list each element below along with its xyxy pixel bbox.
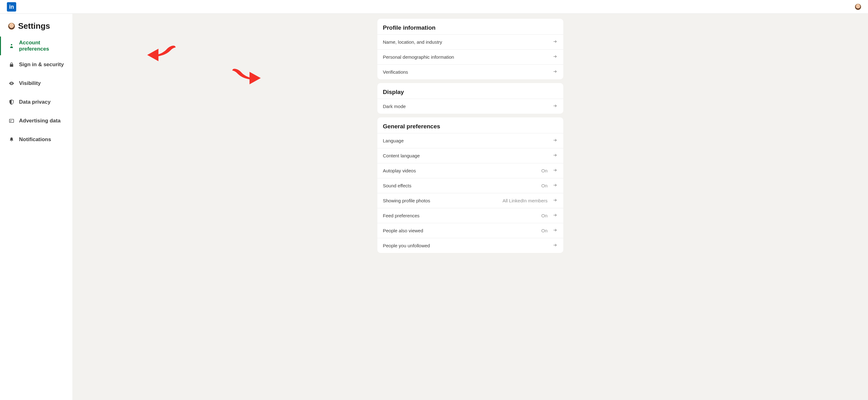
sidebar-item-advertising-data[interactable]: Advertising data (0, 112, 72, 130)
sidebar-item-data-privacy[interactable]: Data privacy (0, 93, 72, 112)
row-label: Personal demographic information (383, 54, 553, 60)
sidebar-item-notifications[interactable]: Notifications (0, 130, 72, 149)
sidebar-item-label: Visibility (19, 80, 41, 86)
annotation-arrow-right (231, 67, 262, 89)
row-value: On (541, 183, 547, 188)
sidebar-item-label: Notifications (19, 137, 51, 143)
page: Settings Account preferences Sign in & s… (0, 14, 868, 400)
row-value: On (541, 168, 547, 173)
arrow-right-icon (553, 183, 558, 189)
svg-point-2 (11, 44, 12, 46)
arrow-right-icon (553, 39, 558, 45)
sidebar-title-row: Settings (0, 21, 72, 36)
row-label: Showing profile photos (383, 198, 503, 203)
row-showing-profile-photos[interactable]: Showing profile photos All LinkedIn memb… (377, 193, 563, 208)
row-label: Content language (383, 153, 553, 158)
row-value: On (541, 213, 547, 218)
annotation-arrow-left (146, 44, 177, 66)
section-title: Display (377, 83, 563, 99)
arrow-right-icon (553, 168, 558, 174)
row-value: On (541, 228, 547, 233)
row-dark-mode[interactable]: Dark mode (377, 99, 563, 114)
arrow-right-icon (553, 69, 558, 75)
row-content-language[interactable]: Content language (377, 148, 563, 163)
row-language[interactable]: Language (377, 133, 563, 148)
row-label: Feed preferences (383, 213, 541, 218)
svg-rect-6 (10, 121, 11, 122)
row-verifications[interactable]: Verifications (377, 64, 563, 79)
section-title: Profile information (377, 19, 563, 34)
row-label: Autoplay videos (383, 168, 541, 173)
sidebar-item-visibility[interactable]: Visibility (0, 74, 72, 93)
arrow-right-icon (553, 54, 558, 60)
row-feed-preferences[interactable]: Feed preferences On (377, 208, 563, 223)
arrow-right-icon (553, 138, 558, 144)
row-label: Dark mode (383, 104, 553, 109)
lock-icon (8, 61, 15, 68)
arrow-right-icon (553, 228, 558, 234)
row-name-location-industry[interactable]: Name, location, and industry (377, 34, 563, 49)
card-display: Display Dark mode (377, 83, 563, 114)
row-demographic-info[interactable]: Personal demographic information (377, 49, 563, 64)
page-title: Settings (18, 21, 50, 31)
row-label: Language (383, 138, 553, 143)
app-header: in (0, 0, 868, 14)
sidebar-item-label: Account preferences (19, 40, 69, 52)
row-label: Verifications (383, 69, 553, 75)
arrow-right-icon (553, 242, 558, 249)
row-label: Sound effects (383, 183, 541, 188)
row-label: Name, location, and industry (383, 39, 553, 45)
eye-icon (8, 80, 15, 86)
linkedin-logo[interactable]: in (7, 2, 16, 11)
sidebar: Settings Account preferences Sign in & s… (0, 14, 72, 400)
row-label: People you unfollowed (383, 243, 553, 248)
bell-icon (8, 137, 15, 143)
svg-rect-5 (10, 120, 12, 121)
arrow-right-icon (553, 103, 558, 109)
arrow-right-icon (553, 198, 558, 204)
row-label: People also viewed (383, 228, 541, 233)
profile-avatar[interactable] (855, 4, 861, 10)
sidebar-item-label: Sign in & security (19, 61, 64, 68)
row-people-you-unfollowed[interactable]: People you unfollowed (377, 238, 563, 253)
row-autoplay-videos[interactable]: Autoplay videos On (377, 163, 563, 178)
sidebar-item-signin-security[interactable]: Sign in & security (0, 55, 72, 74)
svg-point-3 (11, 83, 12, 84)
sidebar-item-label: Data privacy (19, 99, 51, 105)
arrow-right-icon (553, 153, 558, 159)
ad-icon (8, 118, 15, 124)
section-title: General preferences (377, 117, 563, 133)
arrow-right-icon (553, 212, 558, 219)
shield-icon (8, 99, 15, 105)
card-profile-information: Profile information Name, location, and … (377, 19, 563, 79)
content-inner: Profile information Name, location, and … (377, 19, 563, 393)
row-sound-effects[interactable]: Sound effects On (377, 178, 563, 193)
card-general-preferences: General preferences Language Content lan… (377, 117, 563, 253)
settings-avatar-icon (8, 23, 15, 30)
sidebar-item-account-preferences[interactable]: Account preferences (0, 36, 72, 55)
row-value: All LinkedIn members (502, 198, 547, 203)
row-people-also-viewed[interactable]: People also viewed On (377, 223, 563, 238)
person-icon (8, 43, 15, 49)
content-area: Profile information Name, location, and … (72, 14, 868, 400)
svg-text:in: in (9, 4, 14, 10)
sidebar-item-label: Advertising data (19, 118, 61, 124)
